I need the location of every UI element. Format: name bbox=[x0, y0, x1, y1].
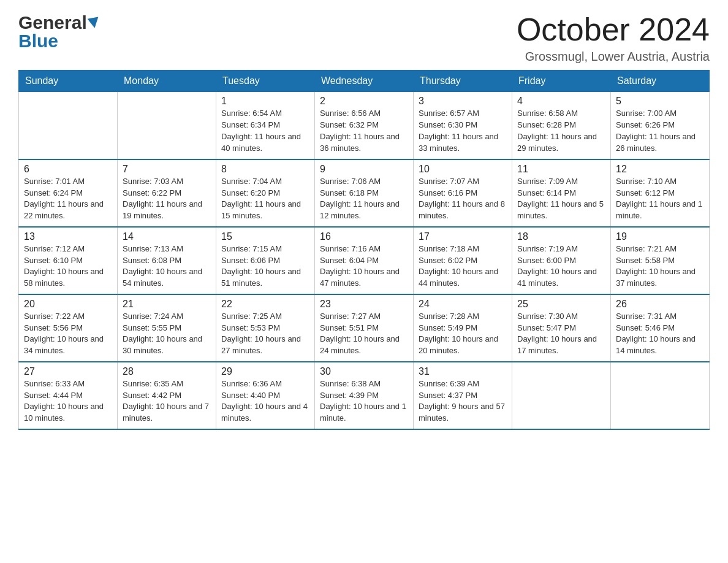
day-detail: Sunrise: 7:01 AMSunset: 6:24 PMDaylight:… bbox=[24, 176, 112, 222]
day-number: 1 bbox=[221, 96, 309, 107]
header-friday: Friday bbox=[512, 71, 611, 92]
day-detail: Sunrise: 6:57 AMSunset: 6:30 PMDaylight:… bbox=[419, 108, 507, 154]
table-row: 17Sunrise: 7:18 AMSunset: 6:02 PMDayligh… bbox=[414, 227, 512, 294]
table-row bbox=[19, 92, 118, 159]
day-number: 6 bbox=[24, 164, 112, 175]
day-number: 28 bbox=[123, 366, 211, 377]
general-label: General bbox=[18, 12, 87, 33]
header-monday: Monday bbox=[118, 71, 216, 92]
table-row: 19Sunrise: 7:21 AMSunset: 5:58 PMDayligh… bbox=[611, 227, 710, 294]
day-detail: Sunrise: 6:54 AMSunset: 6:34 PMDaylight:… bbox=[221, 108, 309, 154]
day-number: 20 bbox=[24, 299, 112, 310]
day-detail: Sunrise: 7:12 AMSunset: 6:10 PMDaylight:… bbox=[24, 243, 112, 289]
day-number: 14 bbox=[123, 231, 211, 242]
calendar-week-row: 1Sunrise: 6:54 AMSunset: 6:34 PMDaylight… bbox=[19, 92, 710, 159]
table-row: 10Sunrise: 7:07 AMSunset: 6:16 PMDayligh… bbox=[414, 159, 512, 227]
day-number: 19 bbox=[616, 231, 704, 242]
calendar-table: Sunday Monday Tuesday Wednesday Thursday… bbox=[18, 70, 710, 430]
table-row: 11Sunrise: 7:09 AMSunset: 6:14 PMDayligh… bbox=[512, 159, 611, 227]
day-number: 8 bbox=[221, 164, 309, 175]
day-detail: Sunrise: 7:04 AMSunset: 6:20 PMDaylight:… bbox=[221, 176, 309, 222]
table-row: 30Sunrise: 6:38 AMSunset: 4:39 PMDayligh… bbox=[315, 362, 414, 429]
day-detail: Sunrise: 7:28 AMSunset: 5:49 PMDaylight:… bbox=[419, 311, 507, 357]
day-detail: Sunrise: 7:27 AMSunset: 5:51 PMDaylight:… bbox=[320, 311, 408, 357]
day-number: 17 bbox=[419, 231, 507, 242]
day-number: 4 bbox=[517, 96, 605, 107]
day-detail: Sunrise: 7:24 AMSunset: 5:55 PMDaylight:… bbox=[123, 311, 211, 357]
day-number: 13 bbox=[24, 231, 112, 242]
table-row: 8Sunrise: 7:04 AMSunset: 6:20 PMDaylight… bbox=[216, 159, 315, 227]
blue-label: Blue bbox=[18, 31, 58, 52]
table-row bbox=[118, 92, 216, 159]
calendar-week-row: 27Sunrise: 6:33 AMSunset: 4:44 PMDayligh… bbox=[19, 362, 710, 429]
table-row: 18Sunrise: 7:19 AMSunset: 6:00 PMDayligh… bbox=[512, 227, 611, 294]
day-number: 7 bbox=[123, 164, 211, 175]
day-number: 9 bbox=[320, 164, 408, 175]
day-number: 11 bbox=[517, 164, 605, 175]
header-thursday: Thursday bbox=[414, 71, 512, 92]
calendar-header-row: Sunday Monday Tuesday Wednesday Thursday… bbox=[19, 71, 710, 92]
day-number: 26 bbox=[616, 299, 704, 310]
day-detail: Sunrise: 7:03 AMSunset: 6:22 PMDaylight:… bbox=[123, 176, 211, 222]
day-number: 25 bbox=[517, 299, 605, 310]
calendar-week-row: 13Sunrise: 7:12 AMSunset: 6:10 PMDayligh… bbox=[19, 227, 710, 294]
day-detail: Sunrise: 7:19 AMSunset: 6:00 PMDaylight:… bbox=[517, 243, 605, 289]
day-detail: Sunrise: 6:36 AMSunset: 4:40 PMDaylight:… bbox=[221, 378, 309, 424]
day-detail: Sunrise: 6:39 AMSunset: 4:37 PMDaylight:… bbox=[419, 378, 507, 424]
table-row: 31Sunrise: 6:39 AMSunset: 4:37 PMDayligh… bbox=[414, 362, 512, 429]
day-detail: Sunrise: 7:06 AMSunset: 6:18 PMDaylight:… bbox=[320, 176, 408, 222]
day-detail: Sunrise: 7:09 AMSunset: 6:14 PMDaylight:… bbox=[517, 176, 605, 222]
table-row: 5Sunrise: 7:00 AMSunset: 6:26 PMDaylight… bbox=[611, 92, 710, 159]
day-number: 5 bbox=[616, 96, 704, 107]
table-row: 6Sunrise: 7:01 AMSunset: 6:24 PMDaylight… bbox=[19, 159, 118, 227]
day-detail: Sunrise: 6:56 AMSunset: 6:32 PMDaylight:… bbox=[320, 108, 408, 154]
table-row: 25Sunrise: 7:30 AMSunset: 5:47 PMDayligh… bbox=[512, 294, 611, 362]
day-number: 16 bbox=[320, 231, 408, 242]
day-detail: Sunrise: 7:31 AMSunset: 5:46 PMDaylight:… bbox=[616, 311, 704, 357]
table-row: 1Sunrise: 6:54 AMSunset: 6:34 PMDaylight… bbox=[216, 92, 315, 159]
page-header: General Blue October 2024 Grossmugl, Low… bbox=[18, 12, 710, 64]
table-row bbox=[611, 362, 710, 429]
calendar-week-row: 6Sunrise: 7:01 AMSunset: 6:24 PMDaylight… bbox=[19, 159, 710, 227]
day-detail: Sunrise: 7:07 AMSunset: 6:16 PMDaylight:… bbox=[419, 176, 507, 222]
day-detail: Sunrise: 7:18 AMSunset: 6:02 PMDaylight:… bbox=[419, 243, 507, 289]
table-row: 12Sunrise: 7:10 AMSunset: 6:12 PMDayligh… bbox=[611, 159, 710, 227]
day-detail: Sunrise: 6:35 AMSunset: 4:42 PMDaylight:… bbox=[123, 378, 211, 424]
table-row: 21Sunrise: 7:24 AMSunset: 5:55 PMDayligh… bbox=[118, 294, 216, 362]
day-detail: Sunrise: 7:00 AMSunset: 6:26 PMDaylight:… bbox=[616, 108, 704, 154]
day-number: 27 bbox=[24, 366, 112, 377]
table-row: 26Sunrise: 7:31 AMSunset: 5:46 PMDayligh… bbox=[611, 294, 710, 362]
header-wednesday: Wednesday bbox=[315, 71, 414, 92]
day-detail: Sunrise: 7:30 AMSunset: 5:47 PMDaylight:… bbox=[517, 311, 605, 357]
day-number: 22 bbox=[221, 299, 309, 310]
table-row: 28Sunrise: 6:35 AMSunset: 4:42 PMDayligh… bbox=[118, 362, 216, 429]
table-row: 22Sunrise: 7:25 AMSunset: 5:53 PMDayligh… bbox=[216, 294, 315, 362]
day-number: 2 bbox=[320, 96, 408, 107]
day-detail: Sunrise: 7:21 AMSunset: 5:58 PMDaylight:… bbox=[616, 243, 704, 289]
day-number: 31 bbox=[419, 366, 507, 377]
header-saturday: Saturday bbox=[611, 71, 710, 92]
table-row: 20Sunrise: 7:22 AMSunset: 5:56 PMDayligh… bbox=[19, 294, 118, 362]
month-title: October 2024 bbox=[517, 12, 710, 47]
day-detail: Sunrise: 7:25 AMSunset: 5:53 PMDaylight:… bbox=[221, 311, 309, 357]
day-detail: Sunrise: 6:33 AMSunset: 4:44 PMDaylight:… bbox=[24, 378, 112, 424]
day-number: 21 bbox=[123, 299, 211, 310]
day-detail: Sunrise: 7:22 AMSunset: 5:56 PMDaylight:… bbox=[24, 311, 112, 357]
calendar-week-row: 20Sunrise: 7:22 AMSunset: 5:56 PMDayligh… bbox=[19, 294, 710, 362]
header-tuesday: Tuesday bbox=[216, 71, 315, 92]
day-number: 10 bbox=[419, 164, 507, 175]
day-number: 29 bbox=[221, 366, 309, 377]
header-sunday: Sunday bbox=[19, 71, 118, 92]
day-detail: Sunrise: 7:13 AMSunset: 6:08 PMDaylight:… bbox=[123, 243, 211, 289]
day-number: 18 bbox=[517, 231, 605, 242]
day-number: 23 bbox=[320, 299, 408, 310]
logo-triangle-icon bbox=[87, 17, 100, 29]
table-row: 29Sunrise: 6:36 AMSunset: 4:40 PMDayligh… bbox=[216, 362, 315, 429]
logo-general-text: General bbox=[18, 12, 99, 33]
day-number: 3 bbox=[419, 96, 507, 107]
day-number: 30 bbox=[320, 366, 408, 377]
table-row: 3Sunrise: 6:57 AMSunset: 6:30 PMDaylight… bbox=[414, 92, 512, 159]
logo: General Blue bbox=[18, 12, 99, 52]
table-row: 9Sunrise: 7:06 AMSunset: 6:18 PMDaylight… bbox=[315, 159, 414, 227]
table-row: 15Sunrise: 7:15 AMSunset: 6:06 PMDayligh… bbox=[216, 227, 315, 294]
